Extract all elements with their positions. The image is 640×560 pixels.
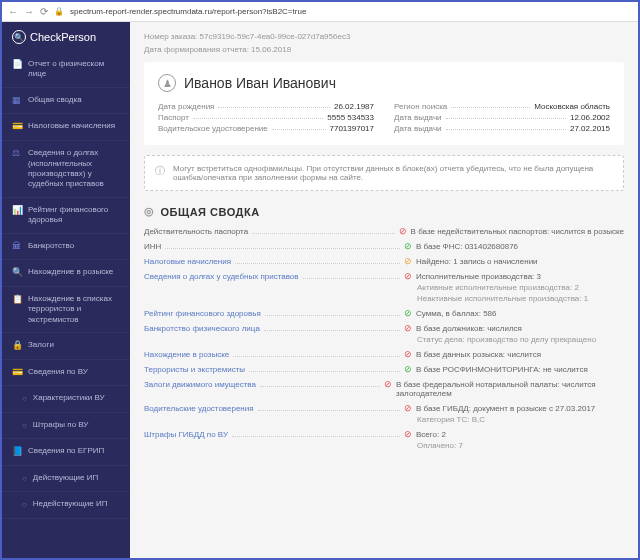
person-name-row: ♟ Иванов Иван Иванович [158, 74, 610, 92]
bullet-icon: ○ [22, 421, 27, 431]
summary-label[interactable]: Сведения о долгах у судебных приставов [144, 272, 299, 281]
sidebar-item-0[interactable]: 📄Отчет о физическом лице [2, 52, 130, 88]
summary-label[interactable]: Банкротство физического лица [144, 324, 260, 333]
nav-back-icon[interactable]: ← [8, 6, 18, 17]
person-field: Дата выдачи27.02.2015 [394, 124, 610, 133]
summary-row-2: Налоговые начисления⊘Найдено: 1 запись о… [144, 254, 624, 269]
order-id-line: Номер заказа: 57c9319c-59c7-4ea0-99ce-02… [144, 32, 624, 41]
summary-heading: ◎ ОБЩАЯ СВОДКА [144, 205, 624, 218]
sidebar-item-13[interactable]: ○Действующие ИП [2, 466, 130, 492]
summary-label[interactable]: Штрафы ГИБДД по ВУ [144, 430, 228, 439]
book-icon: 📘 [12, 446, 22, 458]
summary-row-3: Сведения о долгах у судебных приставов⊘И… [144, 269, 624, 306]
summary-row-6: Нахождение в розыске⊘В базе данных розыс… [144, 347, 624, 362]
nav-fwd-icon[interactable]: → [24, 6, 34, 17]
sidebar-item-label: Налоговые начисления [28, 121, 115, 131]
notice-box: ⓘ Могут встретиться однофамильцы. При от… [144, 155, 624, 191]
field-value: 7701397017 [330, 124, 375, 133]
sidebar-item-3[interactable]: ⚖Сведения о долгах (исполнительных произ… [2, 141, 130, 198]
field-value: 26.02.1987 [334, 102, 374, 111]
chart-icon: 📊 [12, 205, 22, 217]
target-icon: ◎ [144, 205, 155, 218]
sidebar-item-11[interactable]: ○Штрафы по ВУ [2, 413, 130, 439]
field-value: Московская область [534, 102, 610, 111]
summary-value: Найдено: 1 запись о начислении [416, 257, 538, 266]
lock-icon: 🔒 [54, 7, 64, 16]
summary-label[interactable]: Залоги движимого имущества [144, 380, 256, 389]
person-name: Иванов Иван Иванович [184, 75, 336, 91]
field-value: 27.02.2015 [570, 124, 610, 133]
summary-section: ◎ ОБЩАЯ СВОДКА Действительность паспорта… [144, 205, 624, 453]
status-red-icon: ⊘ [404, 350, 412, 359]
person-card: ♟ Иванов Иван Иванович Дата рождения26.0… [144, 62, 624, 145]
field-label: Дата рождения [158, 102, 214, 111]
summary-label[interactable]: Нахождение в розыске [144, 350, 229, 359]
summary-value: Сумма, в баллах: 586 [416, 309, 496, 318]
summary-label: ИНН [144, 242, 161, 251]
sidebar-item-5[interactable]: 🏛Банкротство [2, 234, 130, 261]
url-text: spectrum-report-render.spectrumdata.ru/r… [70, 7, 306, 16]
sidebar-item-label: Сведения по ЕГРИП [28, 446, 104, 456]
status-red-icon: ⊘ [404, 324, 412, 333]
summary-label[interactable]: Налоговые начисления [144, 257, 231, 266]
person-icon: ♟ [158, 74, 176, 92]
sidebar-item-2[interactable]: 💳Налоговые начисления [2, 114, 130, 141]
summary-subvalue: Неактивные исполнительные производства: … [404, 294, 624, 303]
scale-icon: ⚖ [12, 148, 22, 160]
sidebar-item-12[interactable]: 📘Сведения по ЕГРИП [2, 439, 130, 466]
brand-text: CheckPerson [30, 31, 96, 43]
status-red-icon: ⊘ [404, 430, 412, 439]
summary-value: В базе ГИБДД: документ в розыске с 27.03… [416, 404, 595, 413]
sidebar-item-label: Отчет о физическом лице [28, 59, 122, 80]
sidebar-item-label: Нахождение в списках террористов и экстр… [28, 294, 122, 325]
main-content: Номер заказа: 57c9319c-59c7-4ea0-99ce-02… [130, 22, 638, 558]
person-field: Паспорт5555 534533 [158, 113, 374, 122]
card-icon: 💳 [12, 367, 22, 379]
sidebar-item-label: Залоги [28, 340, 54, 350]
status-red-icon: ⊘ [384, 380, 392, 389]
summary-value: В базе РОСФИНМОНИТОРИНГА: не числится [416, 365, 588, 374]
status-red-icon: ⊘ [399, 227, 407, 236]
summary-label[interactable]: Рейтинг финансового здоровья [144, 309, 261, 318]
sidebar-item-1[interactable]: ▦Общая сводка [2, 88, 130, 115]
summary-row-7: Террористы и экстремисты⊘В базе РОСФИНМО… [144, 362, 624, 377]
summary-row-4: Рейтинг финансового здоровья⊘Сумма, в ба… [144, 306, 624, 321]
sidebar-item-6[interactable]: 🔍Нахождение в розыске [2, 260, 130, 287]
sidebar-item-label: Характеристики ВУ [33, 393, 105, 403]
address-bar[interactable]: ← → ⟳ 🔒 spectrum-report-render.spectrumd… [2, 2, 638, 22]
field-label: Дата выдачи [394, 113, 442, 122]
person-field: Водительское удостоверение7701397017 [158, 124, 374, 133]
person-field: Регион поискаМосковская область [394, 102, 610, 111]
summary-label[interactable]: Водительские удостоверения [144, 404, 254, 413]
brand-logo[interactable]: 🔍 CheckPerson [2, 22, 130, 52]
summary-value: В базе данных розыска: числится [416, 350, 541, 359]
summary-value: Исполнительные производства: 3 [416, 272, 541, 281]
summary-subvalue: Активные исполнительные производства: 2 [404, 283, 624, 292]
bank-icon: 🏛 [12, 241, 22, 253]
status-green-icon: ⊘ [404, 365, 412, 374]
reload-icon[interactable]: ⟳ [40, 6, 48, 17]
order-date-line: Дата формирования отчета: 15.06.2018 [144, 45, 624, 54]
sidebar-item-10[interactable]: ○Характеристики ВУ [2, 386, 130, 412]
list-icon: 📋 [12, 294, 22, 306]
sidebar-item-4[interactable]: 📊Рейтинг финансового здоровья [2, 198, 130, 234]
status-green-icon: ⊘ [404, 242, 412, 251]
summary-subvalue: Статус дела: производство по делу прекра… [404, 335, 624, 344]
sidebar-item-14[interactable]: ○Недействующие ИП [2, 492, 130, 518]
field-label: Регион поиска [394, 102, 447, 111]
sidebar-item-7[interactable]: 📋Нахождение в списках террористов и экст… [2, 287, 130, 333]
field-value: 12.06.2002 [570, 113, 610, 122]
sidebar-item-8[interactable]: 🔒Залоги [2, 333, 130, 360]
summary-label[interactable]: Террористы и экстремисты [144, 365, 245, 374]
field-label: Паспорт [158, 113, 189, 122]
bullet-icon: ○ [22, 474, 27, 484]
summary-row-1: ИНН⊘В базе ФНС: 031402680876 [144, 239, 624, 254]
search-icon: 🔍 [12, 267, 22, 279]
summary-row-10: Штрафы ГИБДД по ВУ⊘Всего: 2Оплачено: 7 [144, 427, 624, 453]
sidebar-item-9[interactable]: 💳Сведения по ВУ [2, 360, 130, 387]
status-red-icon: ⊘ [404, 272, 412, 281]
sidebar-item-label: Штрафы по ВУ [33, 420, 89, 430]
summary-subvalue: Категория ТС: B,C [404, 415, 624, 424]
summary-value: В базе должников: числился [416, 324, 522, 333]
summary-row-9: Водительские удостоверения⊘В базе ГИБДД:… [144, 401, 624, 427]
